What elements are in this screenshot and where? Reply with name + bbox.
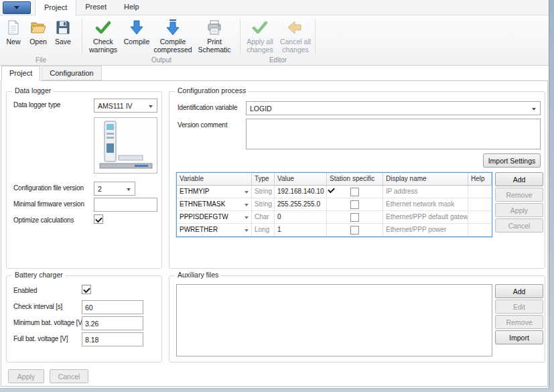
- app-menu-button[interactable]: [3, 1, 31, 14]
- doc-tab-configuration[interactable]: Configuration: [42, 66, 101, 80]
- column-header-help[interactable]: Help: [468, 173, 492, 186]
- print-schematic-button[interactable]: Print Schematic: [194, 17, 234, 54]
- groupbox-title: Data logger: [12, 86, 54, 94]
- aux-edit-button[interactable]: Edit: [495, 300, 543, 314]
- full-voltage-label: Full bat. voltage [V]: [13, 335, 68, 342]
- full-voltage-input[interactable]: [82, 332, 143, 346]
- config-file-version-select[interactable]: 2: [94, 182, 135, 196]
- button-label: New: [6, 38, 20, 46]
- type-cell: Char: [252, 211, 275, 224]
- variable-name: ETHNETMASK: [180, 200, 225, 208]
- column-header-station-specific[interactable]: Station specific: [327, 173, 383, 186]
- chevron-down-icon: [245, 204, 249, 206]
- station-specific-checkbox[interactable]: [350, 226, 359, 235]
- value-cell[interactable]: 0: [275, 211, 327, 224]
- table-row: ETHMYIP String 192.168.140.10 IP address: [177, 186, 492, 198]
- open-button[interactable]: Open: [25, 17, 51, 46]
- variable-name: PPPISDEFGTW: [180, 213, 228, 220]
- ribbon-tab-project[interactable]: Project: [35, 0, 76, 15]
- version-comment-textarea[interactable]: [246, 119, 541, 149]
- variables-table: Variable Type Value Station specific Dis…: [176, 172, 492, 237]
- help-cell: [468, 211, 492, 224]
- variable-cancel-button[interactable]: Cancel: [495, 218, 543, 233]
- data-logger-type-label: Data logger type: [13, 101, 60, 109]
- station-specific-checkbox[interactable]: [350, 200, 359, 209]
- doc-tab-project[interactable]: Project: [1, 66, 40, 81]
- aux-add-button[interactable]: Add: [495, 284, 543, 298]
- station-specific-checkbox[interactable]: [350, 213, 359, 222]
- button-label: Compile: [124, 38, 150, 46]
- aux-remove-button[interactable]: Remove: [495, 315, 543, 329]
- new-document-icon: [5, 19, 22, 36]
- ribbon-tab-strip: Project Preset Help: [0, 0, 549, 15]
- column-header-display-name[interactable]: Display name: [383, 173, 468, 186]
- data-logger-device-image: [94, 117, 157, 174]
- cancel-all-changes-button[interactable]: Cancel all changes: [277, 17, 314, 54]
- compile-compressed-icon: [164, 19, 182, 36]
- station-specific-cell: [327, 211, 383, 224]
- button-label: Apply all changes: [243, 38, 277, 54]
- compile-compressed-button[interactable]: Compile compressed: [151, 17, 194, 54]
- ribbon-tab-preset[interactable]: Preset: [76, 0, 115, 15]
- project-page: Data logger Data logger type AMS111 IV C…: [1, 80, 548, 387]
- check-interval-input[interactable]: [82, 300, 143, 314]
- table-header-row: Variable Type Value Station specific Dis…: [177, 173, 492, 186]
- identification-variable-select[interactable]: LOGID: [246, 101, 541, 115]
- chevron-down-icon: [245, 191, 249, 194]
- column-header-value[interactable]: Value: [275, 173, 327, 186]
- variable-add-button[interactable]: Add: [495, 172, 543, 186]
- page-apply-button[interactable]: Apply: [8, 369, 44, 383]
- button-label: Compile compressed: [151, 38, 194, 54]
- column-header-type[interactable]: Type: [252, 173, 275, 186]
- variable-cell[interactable]: PPPISDEFGTW: [177, 211, 252, 224]
- ribbon-group-label-file: File: [1, 56, 80, 64]
- ribbon-group-separator: [240, 19, 240, 54]
- chevron-down-icon: [245, 216, 249, 219]
- compile-button[interactable]: Compile: [122, 17, 151, 46]
- station-specific-checkbox[interactable]: [350, 188, 359, 196]
- document-tab-strip: Project Configuration: [0, 66, 103, 80]
- value-cell[interactable]: 255.255.255.0: [275, 198, 327, 211]
- apply-all-changes-button[interactable]: Apply all changes: [243, 17, 277, 54]
- battery-enabled-checkbox[interactable]: [82, 285, 91, 294]
- minimal-firmware-input[interactable]: [94, 198, 157, 212]
- ribbon-group-file: New Open Save: [1, 15, 80, 65]
- variable-name: PWRETHER: [180, 226, 218, 233]
- display-name-cell: IP address: [383, 186, 468, 198]
- dropdown-arrow-icon: [14, 6, 19, 9]
- optimize-calculations-checkbox[interactable]: [94, 214, 103, 224]
- value-cell[interactable]: 1: [275, 224, 327, 237]
- apply-check-icon: [251, 19, 269, 36]
- data-logger-type-select[interactable]: AMS111 IV: [94, 99, 157, 113]
- variable-cell[interactable]: ETHMYIP: [177, 186, 252, 198]
- variable-cell[interactable]: PWRETHER: [177, 224, 252, 237]
- optimize-calculations-label: Optimize calculations: [13, 216, 74, 224]
- groupbox-title: Auxiliary files: [175, 271, 221, 279]
- application-window: Project Preset Help New: [0, 0, 549, 389]
- variable-apply-button[interactable]: Apply: [495, 203, 543, 217]
- minimum-voltage-input[interactable]: [82, 316, 143, 330]
- page-cancel-button[interactable]: Cancel: [50, 369, 88, 383]
- save-button[interactable]: Save: [51, 17, 75, 46]
- button-label: Print Schematic: [194, 38, 234, 54]
- station-specific-cell: [327, 186, 383, 198]
- config-file-version-label: Configuration file version: [13, 184, 84, 192]
- auxiliary-files-listbox[interactable]: [176, 284, 492, 356]
- variable-remove-button[interactable]: Remove: [495, 188, 543, 202]
- ribbon-tab-help[interactable]: Help: [115, 0, 148, 15]
- device-schematic-drawing: [94, 118, 157, 173]
- variable-cell[interactable]: ETHNETMASK: [177, 198, 252, 211]
- import-settings-button[interactable]: Import Settings: [483, 153, 541, 168]
- value-cell[interactable]: 192.168.140.10: [275, 186, 327, 198]
- column-header-variable[interactable]: Variable: [177, 173, 252, 186]
- save-icon: [54, 19, 72, 36]
- auxiliary-files-groupbox: Auxiliary files Add Edit Remove Import: [169, 275, 545, 363]
- button-label: Cancel all changes: [277, 38, 314, 54]
- selected-value: LOGID: [250, 105, 272, 113]
- new-button[interactable]: New: [1, 17, 25, 46]
- ribbon-group-label-editor: Editor: [243, 56, 314, 64]
- enabled-label: Enabled: [13, 287, 37, 294]
- aux-import-button[interactable]: Import: [495, 330, 543, 344]
- check-warnings-button[interactable]: Check warnings: [84, 17, 122, 54]
- selected-value: AMS111 IV: [98, 102, 133, 110]
